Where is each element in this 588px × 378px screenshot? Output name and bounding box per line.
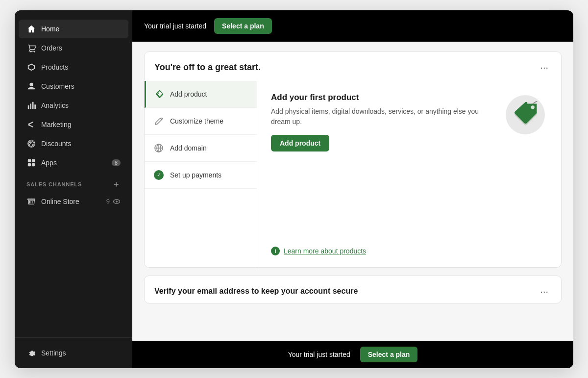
select-plan-top-button[interactable]: Select a plan <box>214 18 272 34</box>
svg-rect-0 <box>28 105 29 109</box>
content-scroll: You're off to a great start. ··· <box>132 42 573 341</box>
setup-step-add-product[interactable]: Add product <box>145 81 257 108</box>
sales-channels-section: SALES CHANNELS ＋ <box>15 173 132 192</box>
online-store-badge: 9 <box>106 198 110 205</box>
setup-detail-top: Add your first product Add physical item… <box>271 93 547 151</box>
svg-rect-2 <box>32 101 34 108</box>
sidebar-item-customers-label: Customers <box>41 82 74 90</box>
step-done-badge: ✓ <box>154 170 164 180</box>
online-store-icon <box>26 197 36 206</box>
sidebar-item-customers[interactable]: Customers <box>19 77 128 96</box>
svg-rect-3 <box>34 104 36 109</box>
verify-email-title: Verify your email address to keep your a… <box>154 287 358 296</box>
add-product-step-label: Add product <box>170 90 207 98</box>
svg-rect-8 <box>28 163 31 166</box>
sidebar-item-discounts[interactable]: Discounts <box>19 134 128 153</box>
setup-detail-title: Add your first product <box>271 93 493 102</box>
sidebar-item-home[interactable]: Home <box>19 20 128 38</box>
setup-card-more-button[interactable]: ··· <box>537 61 551 74</box>
analytics-icon <box>26 101 36 110</box>
svg-point-16 <box>531 105 534 109</box>
price-tag-circle <box>506 95 545 134</box>
setup-step-add-domain[interactable]: Add domain <box>145 135 257 162</box>
home-icon <box>26 24 36 34</box>
verify-card-more-button[interactable]: ··· <box>537 285 551 298</box>
setup-step-payments[interactable]: ✓ Set up payments <box>145 162 257 189</box>
apps-icon <box>26 158 36 168</box>
verify-email-card: Verify your email address to keep your a… <box>144 276 562 303</box>
sidebar-nav: Home Orders Products <box>15 15 132 337</box>
sales-channels-label: SALES CHANNELS <box>26 181 82 187</box>
sidebar-bottom: Settings <box>15 337 132 368</box>
marketing-icon <box>26 120 36 129</box>
settings-icon <box>26 348 36 358</box>
top-banner-text: Your trial just started <box>144 22 206 30</box>
setup-detail-description: Add physical items, digital downloads, s… <box>271 106 493 127</box>
customize-theme-step-label: Customize theme <box>170 117 223 125</box>
customers-icon <box>26 81 36 91</box>
product-illustration <box>503 93 547 137</box>
payments-step-icon: ✓ <box>153 170 164 180</box>
settings-label: Settings <box>41 349 66 357</box>
sidebar-item-products-label: Products <box>41 63 68 71</box>
add-product-step-icon <box>153 89 164 100</box>
bottom-banner-text: Your trial just started <box>288 351 350 358</box>
svg-point-11 <box>116 201 118 202</box>
sidebar-item-orders[interactable]: Orders <box>19 39 128 57</box>
app-window: Home Orders Products <box>15 10 573 368</box>
sidebar-item-apps[interactable]: Apps 8 <box>19 153 128 172</box>
svg-rect-7 <box>32 159 35 162</box>
setup-detail-bottom: i Learn more about products <box>271 247 547 255</box>
sidebar-item-analytics-label: Analytics <box>41 101 69 109</box>
setup-card-body: Add product Customize theme <box>145 81 561 267</box>
online-store-actions: 9 <box>106 198 121 205</box>
sidebar-item-products[interactable]: Products <box>19 58 128 76</box>
setup-steps-list: Add product Customize theme <box>145 81 257 267</box>
setup-card-header: You're off to a great start. ··· <box>145 52 561 81</box>
learn-more-link[interactable]: Learn more about products <box>284 247 366 255</box>
add-sales-channel-icon[interactable]: ＋ <box>112 179 121 190</box>
add-domain-step-label: Add domain <box>170 144 207 152</box>
setup-step-customize-theme[interactable]: Customize theme <box>145 108 257 135</box>
sidebar-item-settings[interactable]: Settings <box>19 344 128 362</box>
svg-line-17 <box>533 101 537 104</box>
svg-rect-9 <box>32 163 35 166</box>
sidebar-item-analytics[interactable]: Analytics <box>19 96 128 115</box>
sidebar-item-home-label: Home <box>41 25 59 33</box>
eye-icon[interactable] <box>113 198 121 205</box>
svg-rect-6 <box>28 159 31 162</box>
setup-card: You're off to a great start. ··· <box>144 51 562 268</box>
main-content: Your trial just started Select a plan Yo… <box>132 10 573 368</box>
select-plan-bottom-button[interactable]: Select a plan <box>360 347 418 362</box>
add-domain-step-icon <box>153 143 164 153</box>
sidebar-item-online-store[interactable]: Online Store 9 <box>19 192 128 211</box>
add-product-button[interactable]: Add product <box>271 135 329 151</box>
setup-card-title: You're off to a great start. <box>154 62 261 73</box>
online-store-label: Online Store <box>41 198 79 205</box>
setup-detail-panel: Add your first product Add physical item… <box>257 81 561 267</box>
verify-email-card-header: Verify your email address to keep your a… <box>145 276 561 303</box>
top-trial-banner: Your trial just started Select a plan <box>132 10 573 42</box>
sidebar-item-marketing[interactable]: Marketing <box>19 115 128 134</box>
sidebar-item-apps-label: Apps <box>41 159 57 167</box>
bottom-trial-banner: Your trial just started Select a plan <box>132 341 573 368</box>
products-icon <box>26 62 36 72</box>
customize-theme-step-icon <box>153 116 164 126</box>
sidebar-item-orders-label: Orders <box>41 44 62 52</box>
sidebar: Home Orders Products <box>15 10 132 368</box>
sidebar-item-discounts-label: Discounts <box>41 140 71 148</box>
apps-badge: 8 <box>112 159 121 166</box>
orders-icon <box>26 43 36 53</box>
sidebar-item-marketing-label: Marketing <box>41 121 71 128</box>
info-icon: i <box>271 247 280 255</box>
payments-step-label: Set up payments <box>170 171 221 179</box>
discounts-icon <box>26 139 36 149</box>
setup-detail-text: Add your first product Add physical item… <box>271 93 493 151</box>
svg-rect-1 <box>30 103 31 109</box>
